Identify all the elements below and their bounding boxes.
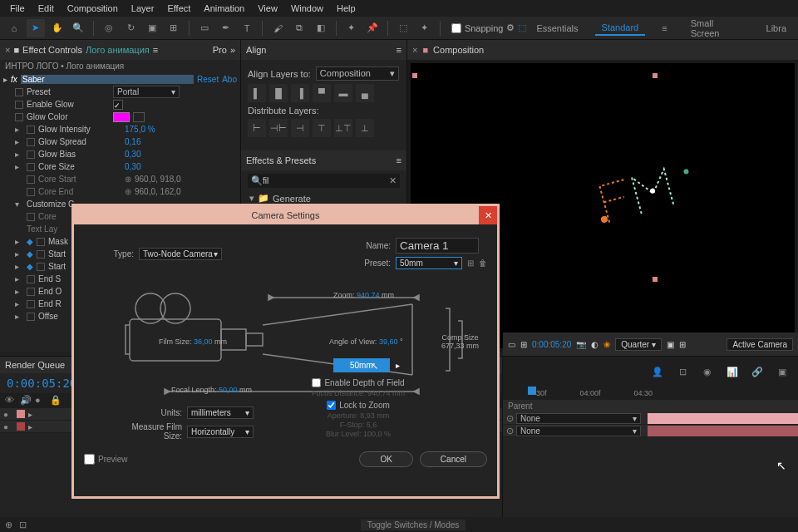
effects-presets-tab[interactable]: Effects & Presets — [246, 155, 316, 165]
align-right-icon[interactable]: ▐ — [291, 84, 309, 102]
menu-help[interactable]: Help — [330, 3, 362, 13]
effect-about[interactable]: Abo — [222, 75, 237, 84]
stopwatch-icon[interactable] — [37, 250, 45, 259]
visibility-toggle[interactable]: ● — [3, 422, 13, 431]
eraser-tool[interactable]: ◧ — [312, 19, 330, 37]
roto-tool[interactable]: ✦ — [342, 19, 361, 37]
expand-icon[interactable]: ▸ — [15, 312, 23, 321]
effect-controls-tab[interactable]: Effect Controls — [22, 45, 82, 55]
footer-icon[interactable]: ⊡ — [19, 520, 27, 530]
delete-preset-icon[interactable]: 🗑 — [479, 259, 487, 268]
snapping-toggle[interactable]: Snapping ⚙ ⬚ — [451, 22, 527, 33]
menu-composition[interactable]: Composition — [61, 3, 125, 13]
cancel-button[interactable]: Cancel — [420, 451, 487, 467]
layer-clip[interactable] — [648, 426, 798, 436]
expand-icon[interactable]: ▸ — [15, 237, 23, 246]
workspace-menu-icon[interactable]: ≡ — [655, 22, 673, 35]
stopwatch-icon[interactable] — [27, 138, 35, 146]
keyframe-icon[interactable]: ◆ — [27, 262, 33, 271]
align-vcenter-icon[interactable]: ▬ — [334, 84, 352, 102]
close-button[interactable]: ✕ — [479, 206, 497, 224]
measure-dropdown[interactable]: Horizontally▾ — [187, 426, 254, 438]
viewer-timecode[interactable]: 0:00:05:20 — [532, 340, 571, 349]
selection-tool[interactable]: ➤ — [27, 19, 45, 37]
expand-icon[interactable]: ▸ — [15, 150, 23, 159]
layer-clip[interactable] — [648, 413, 798, 424]
expand-icon[interactable]: ▸ — [28, 422, 35, 431]
align-to-dropdown[interactable]: Composition▾ — [316, 66, 399, 81]
glow-bias-value[interactable]: 0,30 — [125, 150, 140, 159]
menu-view[interactable]: View — [251, 3, 284, 13]
align-left-icon[interactable]: ▌ — [248, 84, 266, 102]
save-preset-icon[interactable]: ⊞ — [467, 259, 474, 268]
enable-dof-checkbox[interactable]: Enable Depth of Field — [275, 378, 441, 387]
lock-column-icon[interactable]: 🔒 — [50, 395, 62, 406]
rectangle-tool[interactable]: ▭ — [195, 19, 214, 37]
3d-icon[interactable]: ▣ — [773, 362, 791, 381]
effects-search-input[interactable] — [263, 176, 389, 185]
camera-name-input[interactable] — [396, 238, 479, 254]
workspace-essentials[interactable]: Essentials — [530, 22, 584, 35]
quality-dropdown[interactable]: Quarter ▾ — [615, 338, 662, 351]
preset-dropdown[interactable]: 50mm▾ — [396, 257, 462, 269]
parent-dropdown[interactable]: None▾ — [516, 426, 641, 436]
preview-checkbox[interactable]: Preview — [84, 454, 128, 465]
expand-icon[interactable]: ▸ — [28, 410, 35, 419]
menu-effect[interactable]: Effect — [160, 3, 197, 13]
core-start-value[interactable]: 960,0, 918,0 — [135, 175, 181, 184]
glow-spread-value[interactable]: 0,16 — [125, 137, 140, 146]
eye-column-icon[interactable]: 👁 — [5, 395, 17, 406]
stopwatch-icon[interactable] — [15, 113, 23, 121]
rotate-tool[interactable]: ↻ — [121, 19, 140, 37]
effect-reset[interactable]: Reset — [197, 75, 219, 84]
dist-left-icon[interactable]: ⊢ — [248, 119, 266, 137]
menu-animation[interactable]: Animation — [197, 3, 251, 13]
expand-icon[interactable]: ▸ — [15, 299, 23, 308]
motion-blur-icon[interactable]: ◉ — [698, 362, 717, 381]
align-panel-tab[interactable]: Align — [246, 45, 266, 55]
snapping-magnet-icon[interactable]: ⬚ — [518, 22, 526, 33]
playhead[interactable] — [528, 387, 536, 395]
layer-color[interactable] — [17, 422, 25, 431]
stopwatch-icon[interactable] — [27, 175, 35, 184]
lock-to-zoom-checkbox[interactable]: Lock to Zoom — [275, 401, 441, 410]
stopwatch-icon[interactable] — [27, 126, 35, 134]
menu-window[interactable]: Window — [284, 3, 330, 13]
expand-icon[interactable]: ▸ — [15, 162, 23, 171]
panel-overflow-icon[interactable]: » — [230, 45, 235, 55]
dist-top-icon[interactable]: ⊤ — [313, 119, 331, 137]
pan-behind-tool[interactable]: ⊞ — [165, 19, 183, 37]
home-icon[interactable]: ⌂ — [5, 19, 23, 37]
target-icon[interactable]: ⊕ — [125, 187, 131, 196]
fx-icon[interactable]: fx — [11, 75, 17, 84]
grid-icon[interactable]: ⊞ — [679, 340, 686, 349]
stopwatch-icon[interactable] — [27, 163, 35, 171]
category-generate[interactable]: Generate — [273, 194, 311, 204]
keyframe-icon[interactable]: ◆ — [27, 249, 33, 259]
stopwatch-icon[interactable] — [15, 88, 23, 96]
expand-icon[interactable]: ▾ — [249, 193, 254, 204]
stopwatch-icon[interactable] — [27, 188, 35, 196]
parent-link-icon[interactable]: ⊙ — [503, 413, 516, 424]
dialog-title-bar[interactable]: Camera Settings ✕ — [74, 206, 497, 224]
audio-column-icon[interactable]: 🔊 — [20, 395, 32, 406]
timeline-ruler[interactable]: 30f 04:00f 04:30 — [503, 387, 798, 400]
solo-column-icon[interactable]: ● — [35, 395, 47, 406]
stopwatch-icon[interactable] — [27, 313, 35, 321]
menu-edit[interactable]: Edit — [32, 3, 61, 13]
parent-dropdown[interactable]: None▾ — [516, 413, 641, 424]
orbit-tool[interactable]: ◎ — [100, 19, 118, 37]
menu-file[interactable]: File — [3, 3, 32, 13]
channel-icon[interactable]: ◐ — [591, 340, 598, 349]
visibility-toggle[interactable]: ● — [3, 410, 13, 419]
enable-glow-checkbox[interactable] — [113, 100, 123, 110]
camera-dropdown[interactable]: Active Camera — [727, 338, 793, 351]
core-end-value[interactable]: 960,0, 162,0 — [135, 187, 181, 196]
glow-intensity-value[interactable]: 175,0 % — [125, 125, 155, 134]
type-dropdown[interactable]: Two-Node Camera▾ — [139, 248, 222, 260]
expand-icon[interactable]: ▸ — [15, 262, 23, 271]
stopwatch-icon[interactable] — [15, 101, 23, 109]
clone-tool[interactable]: ⧉ — [290, 19, 308, 37]
workspace-standard[interactable]: Standard — [595, 21, 646, 36]
dist-right-icon[interactable]: ⊣ — [291, 119, 309, 137]
